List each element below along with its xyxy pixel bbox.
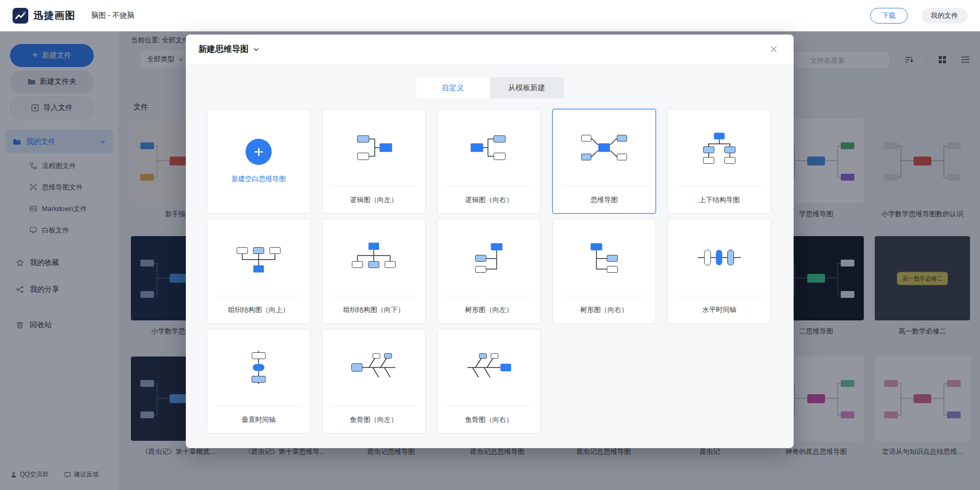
modal-tabs: 自定义 从模板新建 xyxy=(416,77,564,98)
mindmap-icon xyxy=(553,109,655,186)
template-timeline-horizontal[interactable]: 水平时间轴 xyxy=(667,219,771,324)
template-fishbone-left[interactable]: 鱼骨图（向左） xyxy=(322,329,426,433)
template-fishbone-right[interactable]: 鱼骨图（向右） xyxy=(437,329,541,433)
template-grid: + 新建空白思维导图 逻辑图（向左） 逻辑图（向右） 思维导图 上下结构导图 组… xyxy=(186,98,794,433)
template-tree-left[interactable]: 树形图（向左） xyxy=(437,219,541,324)
template-tree-right[interactable]: 树形图（向右） xyxy=(552,219,656,324)
template-label: 思维导图 xyxy=(553,186,655,213)
template-timeline-vertical[interactable]: 垂直时间轴 xyxy=(207,329,310,433)
logic-right-icon xyxy=(438,109,540,186)
close-icon xyxy=(770,45,778,53)
fishbone-right-icon xyxy=(438,329,540,406)
template-label: 鱼骨图（向左） xyxy=(322,406,425,433)
template-org-chart-up[interactable]: 组织结构图（向上） xyxy=(207,219,310,324)
template-label: 组织结构图（向下） xyxy=(322,296,425,323)
template-label: 逻辑图（向右） xyxy=(438,186,540,213)
tree-right-icon xyxy=(553,219,655,296)
template-label: 组织结构图（向上） xyxy=(207,296,310,323)
modal-header: 新建思维导图 xyxy=(186,35,794,64)
timeline-horizontal-icon xyxy=(668,219,771,296)
app-header: 迅捷画图 脑图 - 不烧脑 下载 我的文件 xyxy=(0,0,980,31)
chevron-down-icon[interactable] xyxy=(253,46,260,53)
org-chart-down-icon xyxy=(322,219,425,296)
app-logo[interactable]: 迅捷画图 xyxy=(13,8,75,24)
fishbone-left-icon xyxy=(322,329,425,406)
template-label: 树形图（向左） xyxy=(438,296,540,323)
plus-icon: + xyxy=(246,139,272,165)
template-updown-structure[interactable]: 上下结构导图 xyxy=(667,109,771,214)
template-mindmap[interactable]: 思维导图 xyxy=(552,109,656,214)
timeline-vertical-icon xyxy=(207,329,310,406)
org-chart-up-icon xyxy=(207,219,310,296)
download-button[interactable]: 下载 xyxy=(870,8,908,24)
tab-custom[interactable]: 自定义 xyxy=(416,77,490,98)
new-mindmap-modal: 新建思维导图 自定义 从模板新建 + 新建空白思维导图 逻辑图（向左） 逻辑图（… xyxy=(186,35,794,448)
template-blank-mindmap[interactable]: + 新建空白思维导图 xyxy=(207,109,310,214)
brand-name: 迅捷画图 xyxy=(34,9,75,23)
logo-icon xyxy=(13,8,28,24)
page-subtitle: 脑图 - 不烧脑 xyxy=(91,11,134,20)
template-label: 上下结构导图 xyxy=(668,186,771,213)
my-files-button[interactable]: 我的文件 xyxy=(921,8,967,24)
template-label: 逻辑图（向左） xyxy=(322,186,425,213)
tab-from-template[interactable]: 从模板新建 xyxy=(490,77,564,98)
modal-close-button[interactable] xyxy=(766,42,781,57)
template-logic-right[interactable]: 逻辑图（向右） xyxy=(437,109,541,214)
template-label: 鱼骨图（向右） xyxy=(438,406,540,433)
template-label: 垂直时间轴 xyxy=(207,406,310,433)
logic-left-icon xyxy=(322,109,425,186)
tree-left-icon xyxy=(438,219,540,296)
template-org-chart-down[interactable]: 组织结构图（向下） xyxy=(322,219,426,324)
updown-structure-icon xyxy=(668,109,771,186)
template-label: 水平时间轴 xyxy=(668,296,771,323)
template-logic-left[interactable]: 逻辑图（向左） xyxy=(322,109,426,214)
template-label: 新建空白思维导图 xyxy=(231,174,286,184)
template-label: 树形图（向右） xyxy=(553,296,655,323)
modal-title: 新建思维导图 xyxy=(198,44,249,55)
